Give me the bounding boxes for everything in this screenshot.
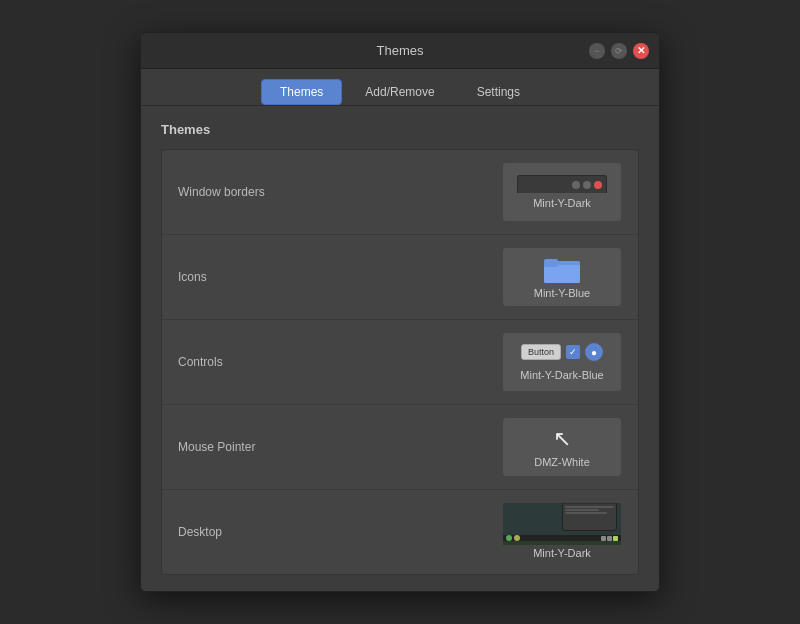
mini-button-preview: Button (521, 344, 561, 360)
mouse-pointer-theme-name: DMZ-White (534, 456, 590, 468)
mini-switch-preview: ● (585, 343, 603, 361)
controls-inner: Button ✓ ● (521, 343, 603, 361)
restore-button[interactable]: ⟳ (611, 43, 627, 59)
tab-add-remove[interactable]: Add/Remove (346, 79, 453, 105)
window-borders-theme-name: Mint-Y-Dark (533, 197, 591, 209)
titlebar-controls: − ⟳ ✕ (589, 43, 649, 59)
cursor-icon: ↖ (553, 426, 571, 452)
content-area: Themes Window borders Mint-Y-Dark Icons (141, 106, 659, 591)
icons-theme-name: Mint-Y-Blue (534, 287, 590, 299)
controls-theme-name: Mint-Y-Dark-Blue (520, 369, 603, 381)
controls-label: Controls (178, 355, 502, 369)
taskbar-dot-2 (514, 535, 520, 541)
mini-minimize-icon (572, 181, 580, 189)
mouse-pointer-row: Mouse Pointer ↖ DMZ-White (162, 405, 638, 490)
taskbar-dot-1 (506, 535, 512, 541)
desktop-mini-window (562, 502, 617, 531)
taskbar-icon-2 (607, 536, 612, 541)
controls-row: Controls Button ✓ ● Mint-Y-Dark-Blue (162, 320, 638, 405)
svg-rect-3 (544, 259, 558, 267)
themes-window: Themes − ⟳ ✕ Themes Add/Remove Settings … (140, 32, 660, 592)
minimize-button[interactable]: − (589, 43, 605, 59)
window-borders-row: Window borders Mint-Y-Dark (162, 150, 638, 235)
taskbar-icon-1 (601, 536, 606, 541)
tab-themes[interactable]: Themes (261, 79, 342, 105)
window-title: Themes (377, 43, 424, 58)
mouse-pointer-label: Mouse Pointer (178, 440, 502, 454)
taskbar-right (601, 536, 618, 541)
mini-restore-icon (583, 181, 591, 189)
desktop-theme-name: Mint-Y-Dark (503, 545, 621, 561)
window-borders-preview[interactable]: Mint-Y-Dark (502, 162, 622, 222)
desktop-taskbar (503, 535, 621, 541)
mini-close-icon (594, 181, 602, 189)
controls-preview[interactable]: Button ✓ ● Mint-Y-Dark-Blue (502, 332, 622, 392)
icons-label: Icons (178, 270, 502, 284)
desktop-window-content (563, 504, 616, 516)
folder-icon (544, 255, 580, 283)
mini-titlebar (517, 175, 607, 193)
desktop-line-3 (565, 512, 607, 514)
window-borders-label: Window borders (178, 185, 502, 199)
desktop-row: Desktop (162, 490, 638, 574)
icons-row: Icons Mint-Y-Blue (162, 235, 638, 320)
taskbar-icon-3 (613, 536, 618, 541)
desktop-line-1 (565, 506, 614, 508)
svg-rect-2 (544, 265, 580, 283)
desktop-label: Desktop (178, 525, 502, 539)
desktop-line-2 (565, 509, 599, 511)
tab-settings[interactable]: Settings (458, 79, 539, 105)
desktop-background (503, 502, 621, 535)
icons-preview[interactable]: Mint-Y-Blue (502, 247, 622, 307)
mini-checkbox-preview: ✓ (566, 345, 580, 359)
tabs-bar: Themes Add/Remove Settings (141, 69, 659, 106)
close-button[interactable]: ✕ (633, 43, 649, 59)
titlebar: Themes − ⟳ ✕ (141, 33, 659, 69)
desktop-preview[interactable]: Mint-Y-Dark (502, 502, 622, 562)
themes-panel: Window borders Mint-Y-Dark Icons (161, 149, 639, 575)
pointer-preview[interactable]: ↖ DMZ-White (502, 417, 622, 477)
section-title: Themes (161, 122, 639, 137)
